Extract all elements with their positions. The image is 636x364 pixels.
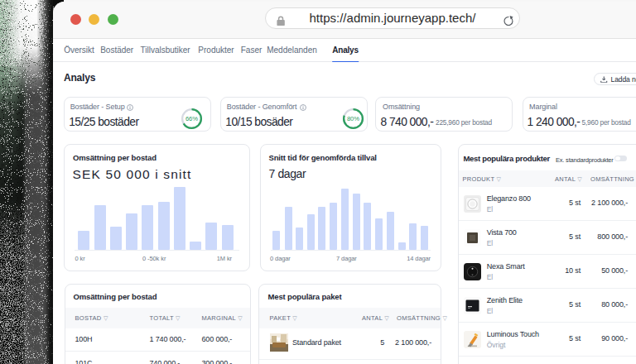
svg-text:80%: 80% (347, 115, 359, 122)
svg-text:66%: 66% (186, 115, 198, 122)
